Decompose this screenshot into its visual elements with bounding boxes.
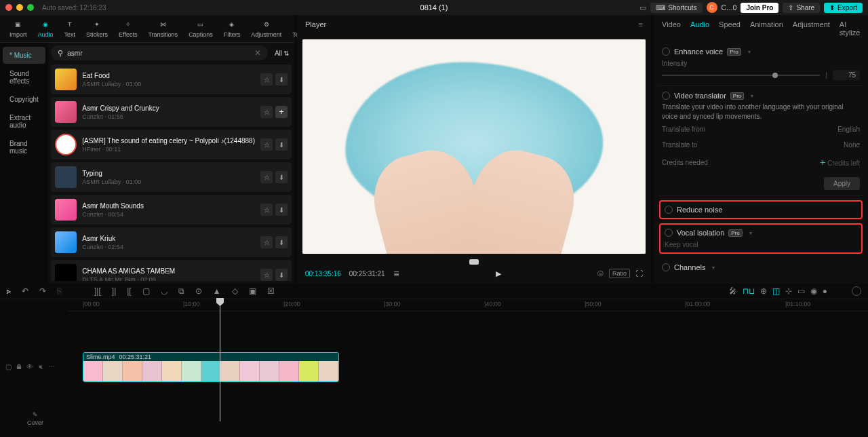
favorite-button[interactable]: ☆ <box>260 204 273 216</box>
minimize-window-button[interactable] <box>16 4 23 11</box>
category-sound-effects[interactable]: Sound effects <box>3 65 45 90</box>
tool-audio[interactable]: ◉Audio <box>33 18 59 39</box>
selection-tool[interactable]: ▹ <box>7 286 11 296</box>
audio-item[interactable]: Asmr Mouth Sounds Conzlet · 00:54 ☆ ⬇ <box>51 195 292 225</box>
tab-ai-stylize[interactable]: AI stylize <box>840 20 861 37</box>
video-translator-toggle[interactable] <box>662 92 670 100</box>
link-button[interactable]: ⊕ <box>760 286 767 296</box>
close-window-button[interactable] <box>5 4 12 11</box>
share-button[interactable]: ⇪ Share <box>783 3 820 13</box>
split-tool[interactable]: ]|[ <box>94 286 101 296</box>
split-left-tool[interactable]: ]| <box>112 286 116 296</box>
tool-filters[interactable]: ◈Filters <box>218 18 246 39</box>
chevron-down-icon[interactable]: ▾ <box>748 49 751 55</box>
intensity-slider[interactable] <box>662 75 820 76</box>
export-button[interactable]: ⬆ Export <box>824 3 863 13</box>
snapshot-button[interactable]: ⦾ <box>597 269 604 278</box>
track-collapse-button[interactable]: ▢ <box>5 363 12 370</box>
category-music[interactable]: * Music <box>3 47 45 64</box>
delete-tool[interactable]: ▢ <box>142 286 150 296</box>
compare-button[interactable]: ≣ <box>393 269 399 278</box>
preview-scrubber[interactable] <box>305 259 643 263</box>
audio-item[interactable]: CHAMA AS AMIGAS TAMBEM Dj TS & Mc Mr. Bi… <box>51 260 292 281</box>
chevron-down-icon[interactable]: ▾ <box>712 265 715 271</box>
undo-button[interactable]: ↶ <box>22 286 28 296</box>
playhead[interactable] <box>220 299 220 421</box>
screenshot-tool[interactable]: ☒ <box>267 286 275 296</box>
tool-effects[interactable]: ✧Effects <box>113 18 142 39</box>
join-pro-button[interactable]: Join Pro <box>741 3 778 13</box>
duplicate-tool[interactable]: ⧉ <box>178 286 184 296</box>
download-button[interactable]: ⬇ <box>275 269 288 281</box>
add-credits-button[interactable]: + <box>820 157 825 168</box>
bullet-button[interactable]: ● <box>823 286 827 296</box>
audio-item[interactable]: Eat Food ASMR Lullaby · 01:00 ☆ ⬇ <box>51 64 292 94</box>
zoom-indicator[interactable] <box>852 286 861 296</box>
track-mute-button[interactable]: 🔇︎ <box>37 363 44 370</box>
track-lock-button[interactable]: 🔒︎ <box>16 363 22 370</box>
download-button[interactable]: ⬇ <box>275 236 288 248</box>
tab-audio[interactable]: Audio <box>690 20 709 37</box>
search-input[interactable] <box>67 50 250 57</box>
apply-button[interactable]: Apply <box>824 177 860 190</box>
favorite-button[interactable]: ☆ <box>260 106 273 118</box>
tab-speed[interactable]: Speed <box>719 20 741 37</box>
play-button[interactable]: ▶ <box>496 269 501 278</box>
category-extract-audio[interactable]: Extract audio <box>3 109 45 134</box>
tool-captions[interactable]: ▭Captions <box>183 18 218 39</box>
favorite-button[interactable]: ☆ <box>260 236 273 248</box>
audio-item[interactable]: Asmr Kriuk Conzlet · 02:54 ☆ ⬇ <box>51 227 292 257</box>
rotate-tool[interactable]: ◇ <box>232 286 238 296</box>
translate-to-dropdown[interactable]: None <box>844 141 860 149</box>
align-button[interactable]: ⊹ <box>785 286 792 296</box>
intensity-value[interactable]: 75 <box>833 70 860 80</box>
channels-toggle[interactable] <box>662 263 670 271</box>
tool-import[interactable]: ▣Import <box>4 18 33 39</box>
download-button[interactable]: ⬇ <box>275 204 288 216</box>
track-button[interactable]: ◉ <box>810 286 817 296</box>
add-button[interactable]: + <box>275 106 288 118</box>
chevron-down-icon[interactable]: ▾ <box>749 230 752 236</box>
search-clear-button[interactable]: ✕ <box>254 48 261 58</box>
microphone-button[interactable]: 🎤︎ <box>729 286 737 296</box>
search-filter-all[interactable]: All ⇅ <box>272 50 292 57</box>
download-button[interactable]: ⬇ <box>275 171 288 183</box>
tool-transitions[interactable]: ⋈Transitions <box>142 18 183 39</box>
download-button[interactable]: ⬇ <box>275 73 288 86</box>
favorite-button[interactable]: ☆ <box>260 171 273 183</box>
search-box[interactable]: ⚲ ✕ <box>51 45 268 60</box>
magnet-button[interactable]: ⊓⊔ <box>743 286 755 296</box>
favorite-button[interactable]: ☆ <box>260 138 273 151</box>
clipboard-button[interactable]: ⎘ <box>57 286 62 296</box>
tool-adjustment[interactable]: ⚙Adjustment <box>245 18 287 39</box>
snap-button[interactable]: ◫ <box>772 286 780 296</box>
player-menu-button[interactable]: ≡ <box>639 20 643 28</box>
tab-adjustment[interactable]: Adjustment <box>793 20 830 37</box>
marker-tool[interactable]: ◡ <box>161 286 167 296</box>
tool-stickers[interactable]: ✦Stickers <box>81 18 113 39</box>
track-visibility-button[interactable]: 👁︎ <box>26 363 33 370</box>
ratio-button[interactable]: Ratio <box>609 269 630 278</box>
favorite-button[interactable]: ☆ <box>260 269 273 281</box>
timeline-track-area[interactable]: Slime.mp4 00:25:31:21 <box>68 311 868 436</box>
tab-animation[interactable]: Animation <box>750 20 783 37</box>
user-avatar[interactable]: C <box>707 2 717 13</box>
vocal-isolation-toggle[interactable] <box>665 229 673 237</box>
shortcuts-button[interactable]: ⌨ Shortcuts <box>650 3 702 13</box>
cover-button[interactable]: ✎ Cover <box>8 411 62 426</box>
audio-item[interactable]: Asmr Crispy and Crunkcy Conzlet · 01:58 … <box>51 97 292 127</box>
category-copyright[interactable]: Copyright <box>3 91 45 108</box>
download-button[interactable]: ⬇ <box>275 138 288 151</box>
tool-text[interactable]: TText <box>59 18 81 39</box>
tab-video[interactable]: Video <box>662 20 681 37</box>
video-clip[interactable]: Slime.mp4 00:25:31:21 <box>83 352 339 382</box>
crop-tool[interactable]: ▣ <box>249 286 256 296</box>
preview-button[interactable]: ▭ <box>797 286 805 296</box>
layout-icon[interactable]: ▭ <box>639 3 646 12</box>
timeline-ruler[interactable]: |00:00|10:00|20:00|30:00|40:00|50:00|01:… <box>68 299 868 311</box>
audio-item[interactable]: Typing ASMR Lullaby · 01:00 ☆ ⬇ <box>51 162 292 192</box>
enhance-voice-toggle[interactable] <box>662 48 670 56</box>
track-more-button[interactable]: ⋯ <box>48 363 55 370</box>
fullscreen-button[interactable]: ⛶ <box>635 269 643 278</box>
mirror-tool[interactable]: ▲ <box>213 286 221 296</box>
